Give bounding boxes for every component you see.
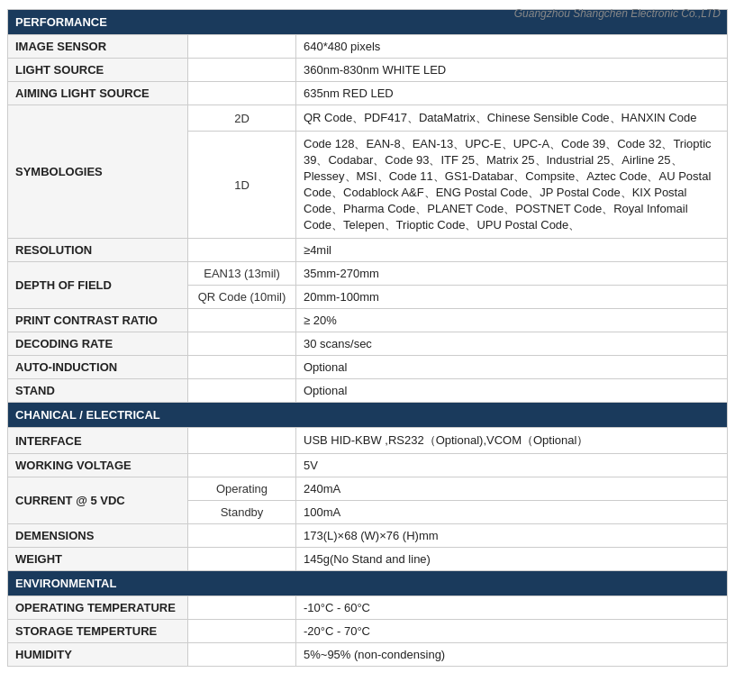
section-header: CHANICAL / ELECTRICAL [8,403,728,428]
sub-label [188,596,296,620]
row-label: OPERATING TEMPERATURE [8,596,188,620]
row-label: HUMIDITY [8,643,188,667]
sub-label [188,454,296,477]
sub-label: 1D [188,132,296,239]
sub-label [188,356,296,379]
row-value: Optional [296,356,728,379]
sub-label [188,379,296,403]
row-label: DEMENSIONS [8,524,188,548]
row-value: 360nm-830nm WHITE LED [296,59,728,82]
row-label: DECODING RATE [8,332,188,356]
row-value: -20°C - 70°C [296,620,728,643]
row-value: 635nm RED LED [296,82,728,105]
spec-sub-row: SYMBOLOGIES2DQR Code、PDF417、DataMatrix、C… [8,105,728,132]
row-value: 30 scans/sec [296,332,728,356]
row-value: Optional [296,379,728,403]
row-value: -10°C - 60°C [296,596,728,620]
spec-sub-row: DEPTH OF FIELDEAN13 (13mil)35mm-270mm [8,262,728,286]
row-label: STORAGE TEMPERTURE [8,620,188,643]
sub-label [188,620,296,643]
row-label: PRINT CONTRAST RATIO [8,309,188,332]
sub-label: QR Code (10mil) [188,286,296,309]
spec-row: LIGHT SOURCE360nm-830nm WHITE LED [8,59,728,82]
row-label: SYMBOLOGIES [8,105,188,239]
row-label: LIGHT SOURCE [8,59,188,82]
row-value: 5V [296,454,728,477]
sub-label [188,332,296,356]
row-label: CURRENT @ 5 VDC [8,477,188,524]
sub-label: Operating [188,477,296,501]
sub-label [188,35,296,59]
row-value: 5%~95% (non-condensing) [296,643,728,667]
sub-label [188,82,296,105]
sub-label [188,548,296,571]
row-value: 100mA [296,501,728,524]
spec-row: IMAGE SENSOR640*480 pixels [8,35,728,59]
spec-sub-row: CURRENT @ 5 VDCOperating240mA [8,477,728,501]
page: Guangzhou Shangchen Electronic Co.,LTD P… [0,0,735,700]
sub-label [188,428,296,454]
spec-row: RESOLUTION≥4mil [8,239,728,262]
spec-row: WEIGHT145g(No Stand and line) [8,548,728,571]
spec-row: PRINT CONTRAST RATIO≥ 20% [8,309,728,332]
spec-row: DECODING RATE30 scans/sec [8,332,728,356]
row-label: INTERFACE [8,428,188,454]
sub-label: 2D [188,105,296,132]
spec-row: OPERATING TEMPERATURE-10°C - 60°C [8,596,728,620]
row-value: 35mm-270mm [296,262,728,286]
row-value: 145g(No Stand and line) [296,548,728,571]
sub-label [188,524,296,548]
sub-label [188,643,296,667]
row-label: WORKING VOLTAGE [8,454,188,477]
row-label: IMAGE SENSOR [8,35,188,59]
spec-row: HUMIDITY5%~95% (non-condensing) [8,643,728,667]
row-value: USB HID-KBW ,RS232（Optional),VCOM（Option… [296,428,728,454]
sub-label [188,59,296,82]
row-label: WEIGHT [8,548,188,571]
row-label: AUTO-INDUCTION [8,356,188,379]
sub-label: EAN13 (13mil) [188,262,296,286]
spec-row: AIMING LIGHT SOURCE635nm RED LED [8,82,728,105]
spec-row: INTERFACEUSB HID-KBW ,RS232（Optional),VC… [8,428,728,454]
row-value: QR Code、PDF417、DataMatrix、Chinese Sensib… [296,105,728,132]
row-value: 20mm-100mm [296,286,728,309]
sub-label [188,239,296,262]
spec-row: DEMENSIONS173(L)×68 (W)×76 (H)mm [8,524,728,548]
spec-row: STORAGE TEMPERTURE-20°C - 70°C [8,620,728,643]
row-label: STAND [8,379,188,403]
row-value: ≥4mil [296,239,728,262]
row-value: 240mA [296,477,728,501]
row-value: ≥ 20% [296,309,728,332]
row-label: RESOLUTION [8,239,188,262]
row-label: DEPTH OF FIELD [8,262,188,309]
spec-row: WORKING VOLTAGE5V [8,454,728,477]
row-value: Code 128、EAN-8、EAN-13、UPC-E、UPC-A、Code 3… [296,132,728,239]
spec-table: PERFORMANCEIMAGE SENSOR640*480 pixelsLIG… [7,9,728,667]
sub-label [188,309,296,332]
row-value: 640*480 pixels [296,35,728,59]
section-header: ENVIRONMENTAL [8,571,728,596]
spec-row: STANDOptional [8,379,728,403]
row-value: 173(L)×68 (W)×76 (H)mm [296,524,728,548]
section-header-label: CHANICAL / ELECTRICAL [8,403,728,428]
row-label: AIMING LIGHT SOURCE [8,82,188,105]
watermark-text: Guangzhou Shangchen Electronic Co.,LTD [514,7,721,20]
sub-label: Standby [188,501,296,524]
spec-row: AUTO-INDUCTIONOptional [8,356,728,379]
section-header-label: ENVIRONMENTAL [8,571,728,596]
